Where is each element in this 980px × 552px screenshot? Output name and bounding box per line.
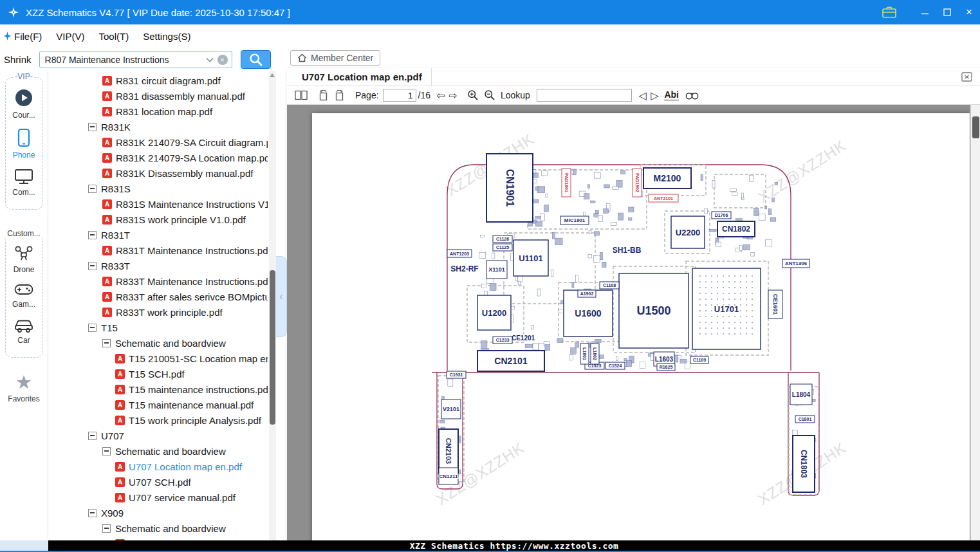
tree-item[interactable]: A R831K: [48, 119, 268, 134]
tree-item[interactable]: A R831 location map.pdf: [48, 104, 268, 119]
page-number-input[interactable]: [383, 89, 416, 102]
pdf-tab[interactable]: U707 Location map en.pdf: [293, 68, 432, 86]
maximize-button[interactable]: [936, 0, 958, 24]
tree-item-label: R831K: [101, 122, 131, 133]
text-select-icon[interactable]: Abi: [664, 90, 679, 100]
tree-item[interactable]: A R831K 214079-SA Location map.pdf: [48, 150, 268, 165]
app-logo-icon: [8, 6, 19, 18]
tree-item[interactable]: A T15 210051-SC Location map en.pdf: [48, 351, 268, 366]
collapse-toggle-icon[interactable]: [102, 524, 111, 533]
search-button[interactable]: [241, 50, 271, 69]
zoom-out-icon[interactable]: [484, 89, 495, 101]
member-center-button[interactable]: Member Center: [290, 50, 380, 66]
tree-item[interactable]: A R833T work principle.pdf: [48, 304, 268, 320]
clear-search-icon[interactable]: ×: [217, 55, 228, 65]
shrink-button[interactable]: Shrink: [4, 54, 32, 65]
collapse-toggle-icon[interactable]: [88, 324, 97, 332]
tree-item[interactable]: A T15 maintenance manual.pdf: [48, 397, 268, 412]
tree-item[interactable]: A Schematic and boardview: [48, 335, 268, 351]
tree-item[interactable]: A R831T: [48, 227, 268, 243]
viewer-scrollbar[interactable]: [970, 105, 980, 540]
tree-item[interactable]: A U707: [48, 428, 268, 443]
prev-page-icon[interactable]: ⇦: [436, 89, 445, 102]
pdf-file-icon: A: [115, 354, 125, 363]
tree-rows: A R831 circuit diagram.pdf A R831 disass…: [48, 71, 268, 540]
tree-item[interactable]: A R831S Maintenance Instructions V1.1.pd…: [48, 196, 268, 212]
tree-item[interactable]: A U707 SCH.pdf: [48, 474, 268, 490]
tree-item[interactable]: A T15: [48, 320, 268, 335]
prev-result-icon[interactable]: ◁: [639, 89, 647, 102]
tree-item[interactable]: A X909: [48, 505, 268, 520]
collapse-toggle-icon[interactable]: [88, 432, 97, 440]
tree-item[interactable]: A R833T after sales serivce BOMpicture.p…: [48, 289, 268, 304]
panel-collapse-handle[interactable]: ‹: [276, 256, 287, 337]
svg-text:X1101: X1101: [488, 266, 505, 273]
tree-item-label: R833T work principle.pdf: [116, 307, 223, 318]
svg-text:U1500: U1500: [636, 304, 670, 317]
sidebar-item-drone[interactable]: Drone: [14, 245, 35, 274]
pdf-file-icon: A: [102, 215, 112, 225]
search-combobox[interactable]: R807 Maintenance Instructions ×: [39, 51, 232, 68]
rotate-left-icon[interactable]: [318, 90, 329, 101]
lookup-input[interactable]: [537, 89, 632, 102]
tree-scrollbar[interactable]: [269, 71, 276, 540]
sidebar-item-car[interactable]: Car: [14, 317, 33, 345]
tree-item[interactable]: A U707 service manual.pdf: [48, 490, 268, 505]
menu-item[interactable]: Tool(T): [97, 30, 132, 43]
sidebar-item-computer[interactable]: Com...: [12, 168, 35, 197]
minimize-button[interactable]: [914, 0, 936, 24]
svg-text:ANT1306: ANT1306: [785, 261, 808, 266]
collapse-toggle-icon[interactable]: [102, 447, 111, 455]
binoculars-icon[interactable]: [685, 91, 699, 100]
collapse-toggle-icon[interactable]: [88, 509, 97, 517]
pdf-viewer[interactable]: XZZ@XZZHKXZZ@XZZHKXZZ@XZZHKXZZ@XZZHKCN19…: [287, 105, 980, 540]
vip-card-icon[interactable]: [882, 6, 896, 19]
menu-item[interactable]: Settings(S): [140, 30, 193, 43]
rotate-right-icon[interactable]: [334, 90, 345, 101]
collapse-toggle-icon[interactable]: [88, 123, 97, 131]
tree-item[interactable]: A R831T Maintenance Instructions.pdf: [48, 243, 268, 258]
next-page-icon[interactable]: ⇨: [448, 89, 457, 102]
pdf-file-icon: A: [102, 169, 112, 178]
tree-item[interactable]: A R833T Maintenance Instructions.pdf: [48, 273, 268, 289]
collapse-toggle-icon[interactable]: [88, 185, 97, 193]
tree-item[interactable]: A R831S: [48, 181, 268, 196]
viewer-scrollbar-thumb[interactable]: [972, 116, 979, 138]
tree-item[interactable]: A T15 maintenance instructions.pdf: [48, 382, 268, 397]
tree-item[interactable]: A R831S work principle V1.0.pdf: [48, 212, 268, 227]
sidebar-item-phone[interactable]: Phone: [13, 128, 35, 160]
collapse-toggle-icon[interactable]: [88, 231, 97, 239]
tree-item[interactable]: A R833T: [48, 258, 268, 273]
collapse-toggle-icon[interactable]: [102, 339, 111, 347]
tree-item[interactable]: A Schematic and boardview: [48, 520, 268, 536]
chevron-down-icon[interactable]: [206, 57, 214, 62]
svg-text:V2101: V2101: [443, 406, 459, 412]
sidebar-item-game[interactable]: Gam...: [12, 282, 35, 309]
tree-item-label: R831 disassembly manual.pdf: [116, 91, 245, 102]
scroll-up-icon[interactable]: [270, 73, 275, 77]
facing-pages-icon[interactable]: [295, 90, 308, 100]
window-title: XZZ Schematics V4.77 [ VIP Due date: 202…: [26, 7, 290, 18]
menu-item[interactable]: File(F): [12, 30, 44, 43]
tree-item[interactable]: A T15 work principle Analysis.pdf: [48, 412, 268, 428]
tree-item[interactable]: A R831K Disassembly manual.pdf: [48, 165, 268, 181]
tree-scrollbar-thumb[interactable]: [270, 270, 275, 425]
svg-text:MIC1901: MIC1901: [564, 217, 586, 223]
sidebar-item-favorites[interactable]: ★ Favorites: [8, 373, 39, 403]
pdf-file-icon: A: [102, 292, 112, 302]
collapse-toggle-icon[interactable]: [88, 262, 97, 270]
close-button[interactable]: ×: [958, 0, 980, 24]
tree-item[interactable]: A Schematic and boardview: [48, 443, 268, 459]
zoom-in-icon[interactable]: [467, 89, 479, 101]
sidebar-item-course[interactable]: Cour...: [12, 88, 35, 120]
next-result-icon[interactable]: ▷: [651, 89, 658, 102]
tree-item[interactable]: A T15 SCH.pdf: [48, 366, 268, 382]
tree-item[interactable]: A R831 circuit diagram.pdf: [48, 73, 268, 88]
tree-item[interactable]: A U707 Location map en.pdf: [48, 459, 268, 474]
pdf-toolbar: Page: /16 ⇦ ⇨ Lookup ◁ ▷ Abi: [287, 86, 980, 105]
tree-item[interactable]: A X909 SCH1.pdf: [48, 536, 268, 540]
tree-item[interactable]: A R831 disassembly manual.pdf: [48, 88, 268, 104]
close-document-icon[interactable]: [961, 72, 972, 82]
menu-item[interactable]: VIP(V): [53, 30, 87, 43]
tree-item[interactable]: A R831K 214079-SA Circuit diagram.pdf: [48, 134, 268, 150]
